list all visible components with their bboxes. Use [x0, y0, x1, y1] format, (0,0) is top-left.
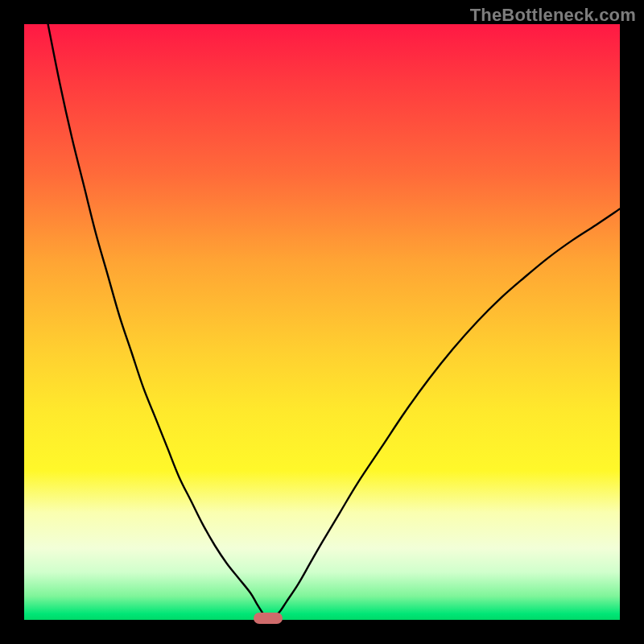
plot-area — [24, 24, 620, 620]
left-branch-curve — [48, 24, 266, 617]
chart-frame: TheBottleneck.com — [0, 0, 644, 644]
curve-layer — [24, 24, 620, 620]
watermark-text: TheBottleneck.com — [470, 5, 636, 26]
bottleneck-marker — [254, 613, 283, 624]
right-branch-curve — [275, 208, 620, 617]
